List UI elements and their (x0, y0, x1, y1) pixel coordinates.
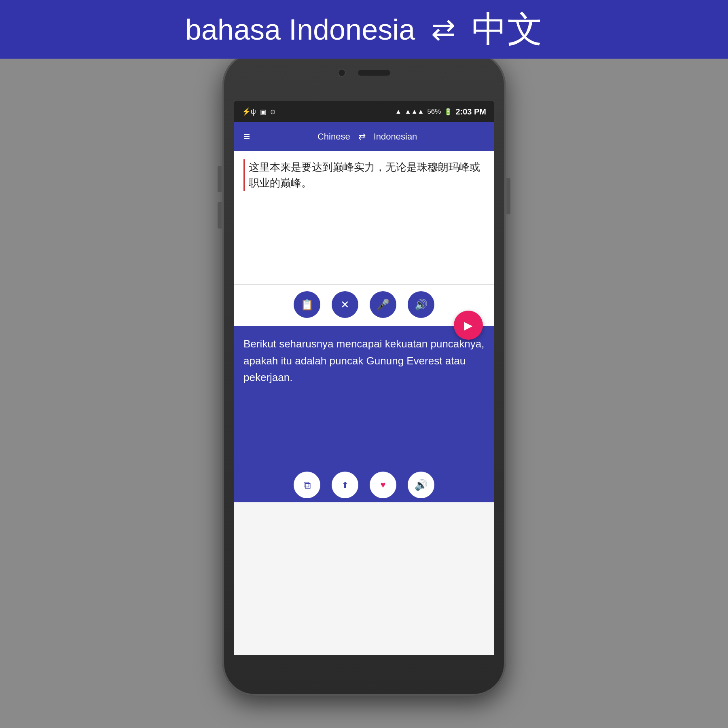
banner-target-language[interactable]: 中文 (472, 5, 543, 53)
power-button[interactable] (506, 178, 510, 214)
target-text-area: Berikut seharusnya mencapai kekuatan pun… (234, 326, 494, 463)
image-status-icon: ▣ (260, 108, 266, 116)
phone-device: ψ ▣ ⊙ ▲ ▲▲▲ 56% 🔋 2:03 PM ≡ Chinese ⇄ (222, 53, 506, 696)
status-right-icons: ▲ ▲▲▲ 56% 🔋 2:03 PM (395, 107, 486, 116)
banner-swap-icon[interactable]: ⇄ (431, 13, 455, 47)
target-action-buttons: ⧉ ⬆ ♥ 🔊 (234, 463, 494, 502)
volume-target-icon: 🔊 (415, 479, 427, 491)
phone-body: ψ ▣ ⊙ ▲ ▲▲▲ 56% 🔋 2:03 PM ≡ Chinese ⇄ (222, 53, 506, 696)
status-time: 2:03 PM (455, 107, 486, 116)
wifi-icon: ▲ (395, 108, 402, 115)
top-banner: bahasa Indonesia ⇄ 中文 (0, 0, 728, 59)
favorite-translation-button[interactable]: ♥ (370, 472, 396, 498)
usb-status-icon: ψ (242, 107, 256, 116)
phone-screen: ψ ▣ ⊙ ▲ ▲▲▲ 56% 🔋 2:03 PM ≡ Chinese ⇄ (234, 101, 494, 655)
translate-button[interactable]: ▶ (454, 311, 483, 340)
mic-icon: 🎤 (377, 298, 389, 311)
copy-icon: ⧉ (303, 479, 311, 491)
volume-up-button[interactable] (218, 166, 222, 192)
status-left-icons: ψ ▣ ⊙ (242, 107, 275, 116)
earpiece-speaker (358, 70, 390, 76)
volume-target-button[interactable]: 🔊 (408, 472, 434, 498)
volume-source-button[interactable]: 🔊 (408, 291, 434, 318)
target-text-content: Berikut seharusnya mencapai kekuatan pun… (243, 336, 485, 386)
volume-icon: 🔊 (415, 298, 427, 311)
heart-icon: ♥ (380, 480, 385, 490)
battery-percent: 56% (427, 108, 441, 116)
clear-button[interactable]: ✕ (332, 291, 358, 318)
copy-translation-button[interactable]: ⧉ (294, 472, 320, 498)
share-translation-button[interactable]: ⬆ (332, 472, 358, 498)
signal-icon: ▲▲▲ (405, 108, 424, 115)
source-text-content: 这里本来是要达到巅峰实力，无论是珠穆朗玛峰或职业的巅峰。 (243, 159, 485, 191)
clipboard-button[interactable]: 📋 (294, 291, 320, 318)
microphone-button[interactable]: 🎤 (370, 291, 396, 318)
source-text-area[interactable]: 这里本来是要达到巅峰实力，无论是珠穆朗玛峰或职业的巅峰。 (234, 151, 494, 285)
front-camera (338, 69, 346, 77)
hamburger-menu-icon[interactable]: ≡ (243, 130, 250, 143)
target-language-selector[interactable]: Indonesian (374, 131, 417, 142)
close-icon: ✕ (341, 298, 349, 311)
status-bar: ψ ▣ ⊙ ▲ ▲▲▲ 56% 🔋 2:03 PM (234, 101, 494, 122)
volume-down-button[interactable] (218, 202, 222, 229)
banner-source-language[interactable]: bahasa Indonesia (185, 13, 415, 46)
app-header: ≡ Chinese ⇄ Indonesian (234, 122, 494, 151)
language-selector-bar: Chinese ⇄ Indonesian (250, 131, 485, 142)
swap-languages-icon[interactable]: ⇄ (358, 131, 366, 142)
share-icon: ⬆ (342, 480, 349, 490)
source-language-selector[interactable]: Chinese (317, 131, 350, 142)
phone-top-bar (338, 69, 390, 77)
clipboard-icon: 📋 (301, 298, 313, 311)
send-icon: ▶ (464, 319, 473, 332)
battery-icon: 🔋 (444, 108, 452, 116)
notification-status-icon: ⊙ (270, 108, 275, 116)
